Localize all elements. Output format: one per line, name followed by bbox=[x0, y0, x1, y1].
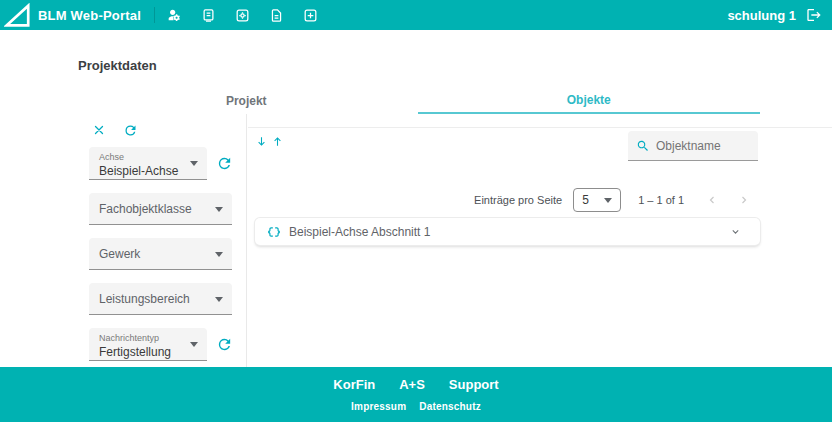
chevron-down-icon bbox=[215, 252, 223, 257]
document-icon[interactable] bbox=[269, 8, 284, 23]
objekte-panel: Einträge pro Seite 5 1 – 1 of 1 bbox=[247, 114, 760, 367]
nachrichtentyp-label: Nachrichtentyp bbox=[89, 328, 207, 343]
footer-link-korfin[interactable]: KorFin bbox=[333, 377, 375, 392]
previous-page-icon[interactable] bbox=[696, 188, 728, 212]
page-size-select[interactable]: 5 bbox=[573, 188, 621, 212]
tab-projekt[interactable]: Projekt bbox=[75, 88, 418, 114]
achse-filter-row: Achse Beispiel-Achse bbox=[89, 147, 246, 180]
object-list: Beispiel-Achse Abschnitt 1 bbox=[255, 218, 760, 245]
legal-links: Impressum Datenschutz bbox=[351, 401, 481, 412]
object-list-item[interactable]: Beispiel-Achse Abschnitt 1 bbox=[255, 218, 760, 245]
tabbar: Projekt Objekte bbox=[75, 88, 760, 114]
nachrichtentyp-select[interactable]: Nachrichtentyp Fertigstellung bbox=[89, 328, 207, 361]
page-size-value: 5 bbox=[582, 193, 589, 207]
sort-controls bbox=[255, 135, 284, 148]
footer-links: KorFin A+S Support bbox=[333, 377, 498, 392]
footer-link-datenschutz[interactable]: Datenschutz bbox=[419, 401, 481, 412]
footer-link-impressum[interactable]: Impressum bbox=[351, 401, 406, 412]
data-object-icon bbox=[267, 225, 281, 239]
achse-select[interactable]: Achse Beispiel-Achse bbox=[89, 147, 207, 180]
logout-icon[interactable] bbox=[806, 7, 822, 23]
manage-accounts-icon[interactable] bbox=[166, 7, 182, 23]
paginator-nav bbox=[696, 188, 760, 212]
fachobjektklasse-label: Fachobjektklasse bbox=[99, 202, 192, 216]
sort-descending-icon[interactable] bbox=[255, 135, 268, 148]
settings-box-icon[interactable] bbox=[235, 8, 250, 23]
object-item-title: Beispiel-Achse Abschnitt 1 bbox=[289, 225, 430, 239]
footer-link-as[interactable]: A+S bbox=[399, 377, 425, 392]
nachrichtentyp-refresh-icon[interactable] bbox=[216, 336, 233, 353]
expand-chevron-icon[interactable] bbox=[729, 225, 742, 238]
app-header: BLM Web-Portal schulung 1 bbox=[0, 0, 832, 30]
paginator: Einträge pro Seite 5 1 – 1 of 1 bbox=[474, 188, 760, 212]
clear-filters-icon[interactable] bbox=[93, 124, 105, 136]
device-list-icon[interactable] bbox=[201, 8, 216, 23]
object-search-input[interactable] bbox=[656, 139, 750, 153]
content-area: Projektdaten Projekt Objekte Achse Beisp… bbox=[0, 30, 832, 367]
refresh-all-icon[interactable] bbox=[123, 123, 138, 138]
chevron-down-icon bbox=[190, 161, 198, 166]
blm-logo-icon bbox=[4, 3, 31, 28]
leistungsbereich-select[interactable]: Leistungsbereich bbox=[89, 283, 232, 315]
app-title: BLM Web-Portal bbox=[38, 8, 141, 23]
nachrichtentyp-filter-row: Nachrichtentyp Fertigstellung bbox=[89, 328, 246, 361]
header-divider bbox=[154, 7, 155, 23]
achse-label: Achse bbox=[89, 147, 207, 162]
fachobjektklasse-select[interactable]: Fachobjektklasse bbox=[89, 193, 232, 225]
sort-ascending-icon[interactable] bbox=[271, 135, 284, 148]
leistungsbereich-label: Leistungsbereich bbox=[99, 292, 190, 306]
page-title: Projektdaten bbox=[78, 58, 157, 73]
chevron-down-icon bbox=[215, 297, 223, 302]
next-page-icon[interactable] bbox=[728, 188, 760, 212]
body-row: Achse Beispiel-Achse Fachobjektklasse Ge… bbox=[75, 114, 760, 367]
gewerk-select[interactable]: Gewerk bbox=[89, 238, 232, 270]
chevron-down-icon bbox=[215, 207, 223, 212]
chevron-down-icon bbox=[604, 198, 612, 203]
gewerk-label: Gewerk bbox=[99, 247, 140, 261]
chevron-down-icon bbox=[190, 342, 198, 347]
footer-link-support[interactable]: Support bbox=[449, 377, 499, 392]
filter-actions bbox=[93, 122, 246, 138]
achse-refresh-icon[interactable] bbox=[216, 155, 233, 172]
widgets-box-icon[interactable] bbox=[303, 8, 318, 23]
filter-sidebar: Achse Beispiel-Achse Fachobjektklasse Ge… bbox=[75, 114, 247, 367]
logged-in-user: schulung 1 bbox=[727, 8, 796, 23]
tab-objekte[interactable]: Objekte bbox=[418, 88, 761, 114]
paginator-range: 1 – 1 of 1 bbox=[638, 194, 684, 206]
object-search-box bbox=[628, 131, 758, 161]
app-footer: KorFin A+S Support Impressum Datenschutz bbox=[0, 367, 832, 422]
items-per-page-label: Einträge pro Seite bbox=[474, 194, 562, 206]
search-icon bbox=[636, 139, 650, 153]
header-nav bbox=[166, 7, 318, 23]
